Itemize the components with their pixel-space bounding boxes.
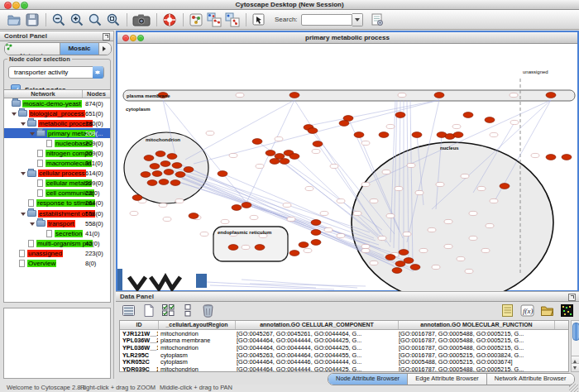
resize-grip[interactable]: [569, 384, 578, 392]
network-node-small[interactable]: [312, 149, 320, 153]
network-node-small[interactable]: [407, 163, 415, 167]
network-node-small[interactable]: [386, 124, 395, 128]
tree-expand-icon[interactable]: [20, 120, 27, 127]
table-row-ypl036w__2[interactable]: YPL036W__2plasma membrane[GO:0044464, GO…: [120, 337, 568, 345]
network-node[interactable]: [255, 245, 265, 251]
network-node-small[interactable]: [510, 93, 518, 97]
network-node[interactable]: [275, 154, 285, 160]
column-header-cellular-component[interactable]: annotation.GO CELLULAR_COMPONENT: [236, 321, 399, 329]
network-node-small[interactable]: [305, 186, 313, 190]
network-node[interactable]: [132, 195, 142, 201]
snapshot-icon[interactable]: [132, 12, 151, 27]
network-node[interactable]: [546, 93, 556, 98]
network-node-small[interactable]: [452, 124, 461, 128]
network-node-small[interactable]: [304, 248, 312, 252]
network-node-small[interactable]: [510, 120, 519, 124]
network-node-small[interactable]: [428, 227, 436, 232]
network-node-small[interactable]: [531, 153, 539, 157]
network-node[interactable]: [228, 245, 238, 251]
table-cell[interactable]: [GO:0044464, GO:0044444, GO:0044425, G..…: [234, 366, 396, 372]
network-node[interactable]: [290, 154, 299, 160]
tree-row-cell-communicat[interactable]: cell communicat22(0): [4, 189, 110, 198]
network-node-small[interactable]: [337, 233, 345, 237]
network-node-small[interactable]: [386, 213, 395, 218]
network-node[interactable]: [160, 161, 170, 167]
tree-row-response-to-stimulu[interactable]: response to stimulu264(0): [4, 198, 110, 208]
network-node[interactable]: [189, 213, 199, 219]
network-node[interactable]: [311, 240, 321, 246]
network-node-small[interactable]: [287, 217, 295, 221]
network-node-small[interactable]: [490, 132, 498, 136]
network-node[interactable]: [232, 205, 242, 211]
network-node[interactable]: [562, 155, 572, 160]
column-header-region[interactable]: _cellularLayoutRegion: [159, 321, 236, 329]
network-node-small[interactable]: [444, 244, 452, 248]
network-node[interactable]: [485, 117, 495, 123]
zoom-out-icon[interactable]: [51, 12, 66, 27]
network-node-small[interactable]: [481, 248, 490, 252]
tree-row-macromolecule[interactable]: macromolecule311(0): [4, 159, 110, 169]
network-node[interactable]: [270, 159, 280, 165]
network-node-small[interactable]: [469, 236, 477, 240]
network-node-small[interactable]: [275, 136, 283, 141]
network-node[interactable]: [164, 170, 174, 175]
network-node[interactable]: [184, 167, 194, 173]
scroll-down-icon[interactable]: [572, 363, 579, 371]
network-node[interactable]: [311, 220, 321, 226]
network-node-small[interactable]: [283, 203, 291, 207]
network-node[interactable]: [242, 203, 251, 208]
table-row-ypl036w__1[interactable]: YPL036W__1mitochondrion[GO:0044464, GO:0…: [120, 344, 568, 351]
network-node[interactable]: [395, 112, 405, 118]
search-input[interactable]: [301, 14, 352, 26]
birdseye-view-panel[interactable]: [3, 308, 111, 379]
new-attribute-icon[interactable]: [141, 303, 156, 318]
tab-mosaic[interactable]: Mosaic: [60, 43, 98, 55]
tab-network[interactable]: Network: [5, 43, 60, 55]
tree-header-nodes[interactable]: Nodes: [83, 90, 110, 98]
network-node-small[interactable]: [163, 217, 171, 221]
network-node[interactable]: [167, 154, 177, 160]
network-node-small[interactable]: [159, 203, 167, 207]
network-node[interactable]: [280, 159, 290, 165]
network-node[interactable]: [434, 93, 444, 98]
network-node[interactable]: [379, 132, 389, 138]
function-builder-icon[interactable]: f(x): [519, 303, 535, 318]
network-node-small[interactable]: [432, 265, 440, 269]
tree-expand-icon[interactable]: [29, 130, 36, 137]
network-node-small[interactable]: [398, 93, 406, 97]
table-vertical-scrollbar[interactable]: [571, 320, 579, 372]
network-node[interactable]: [290, 251, 299, 256]
attribute-browser-icon[interactable]: [370, 12, 385, 27]
notes-icon[interactable]: [500, 303, 515, 318]
network-node-small[interactable]: [324, 227, 333, 232]
network-node[interactable]: [311, 230, 321, 236]
network-node[interactable]: [410, 265, 420, 270]
tree-expand-icon[interactable]: [29, 220, 36, 227]
network-node-small[interactable]: [415, 190, 423, 194]
zoom-region-icon[interactable]: [88, 12, 103, 27]
tree-row-secretion[interactable]: secretion41(0): [4, 228, 110, 238]
tree-row-primary-metabo[interactable]: primary metabo209(...: [4, 128, 110, 138]
tree-row-establishment-of-lo[interactable]: establishment of lo558(0): [4, 208, 110, 218]
tree-row-unassigned[interactable]: unassigned223(0): [4, 248, 110, 258]
zoom-fit-icon[interactable]: [106, 12, 121, 27]
network-node[interactable]: [500, 184, 510, 189]
network-node[interactable]: [395, 261, 405, 267]
tree-row-metabolic-process[interactable]: metabolic process280(0): [4, 118, 110, 128]
network-node-small[interactable]: [370, 261, 378, 265]
scrollbar-thumb[interactable]: [572, 323, 579, 341]
network-node[interactable]: [175, 172, 185, 178]
help-icon[interactable]: [162, 12, 177, 27]
network-node-small[interactable]: [403, 232, 411, 236]
zoom-in-icon[interactable]: [69, 12, 84, 27]
network-node-small[interactable]: [370, 198, 378, 203]
table-row-ydr039c__1[interactable]: YDR039C__1mitochondrion[GO:0044464, GO:0…: [120, 366, 568, 372]
network-node[interactable]: [385, 255, 395, 261]
table-cell[interactable]: mitochondrion: [158, 366, 234, 372]
delete-attribute-icon[interactable]: [200, 303, 216, 318]
network-node-small[interactable]: [175, 198, 184, 203]
network-node[interactable]: [159, 179, 169, 185]
network-node[interactable]: [453, 132, 463, 138]
network-window-titlebar[interactable]: primary metabolic process: [117, 32, 577, 44]
tree-expand-icon[interactable]: [20, 210, 27, 218]
